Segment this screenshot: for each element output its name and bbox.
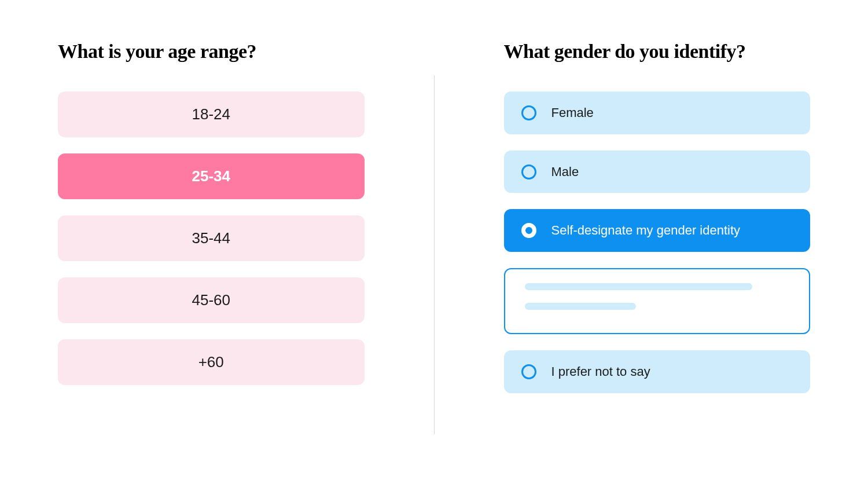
- age-option-label: +60: [198, 353, 224, 371]
- radio-icon: [521, 105, 536, 120]
- age-heading: What is your age range?: [58, 41, 365, 63]
- radio-icon: [521, 164, 536, 180]
- age-option-label: 45-60: [192, 291, 231, 309]
- gender-option-male[interactable]: Male: [504, 151, 811, 193]
- gender-option-label: Male: [551, 163, 579, 181]
- age-option-60-plus[interactable]: +60: [58, 339, 365, 385]
- age-option-label: 35-44: [192, 229, 231, 247]
- gender-option-prefer-not[interactable]: I prefer not to say: [504, 350, 811, 393]
- gender-option-label: Female: [551, 104, 594, 122]
- gender-option-self-designate[interactable]: Self-designate my gender identity: [504, 209, 811, 252]
- age-question-column: What is your age range? 18-24 25-34 35-4…: [58, 41, 434, 469]
- gender-option-label: Self-designate my gender identity: [551, 222, 741, 239]
- gender-heading: What gender do you identify?: [504, 41, 811, 63]
- placeholder-line-icon: [525, 283, 752, 290]
- self-designate-text-input[interactable]: [504, 268, 811, 334]
- age-option-35-44[interactable]: 35-44: [58, 215, 365, 261]
- radio-icon: [521, 364, 536, 379]
- age-option-label: 18-24: [192, 105, 231, 123]
- age-option-45-60[interactable]: 45-60: [58, 277, 365, 323]
- gender-question-column: What gender do you identify? Female Male…: [435, 41, 811, 469]
- age-option-25-34[interactable]: 25-34: [58, 153, 365, 199]
- radio-selected-icon: [521, 223, 536, 238]
- placeholder-line-icon: [525, 303, 636, 310]
- age-option-label: 25-34: [192, 167, 231, 185]
- gender-option-label: I prefer not to say: [551, 363, 650, 380]
- age-option-18-24[interactable]: 18-24: [58, 91, 365, 137]
- gender-option-female[interactable]: Female: [504, 91, 811, 134]
